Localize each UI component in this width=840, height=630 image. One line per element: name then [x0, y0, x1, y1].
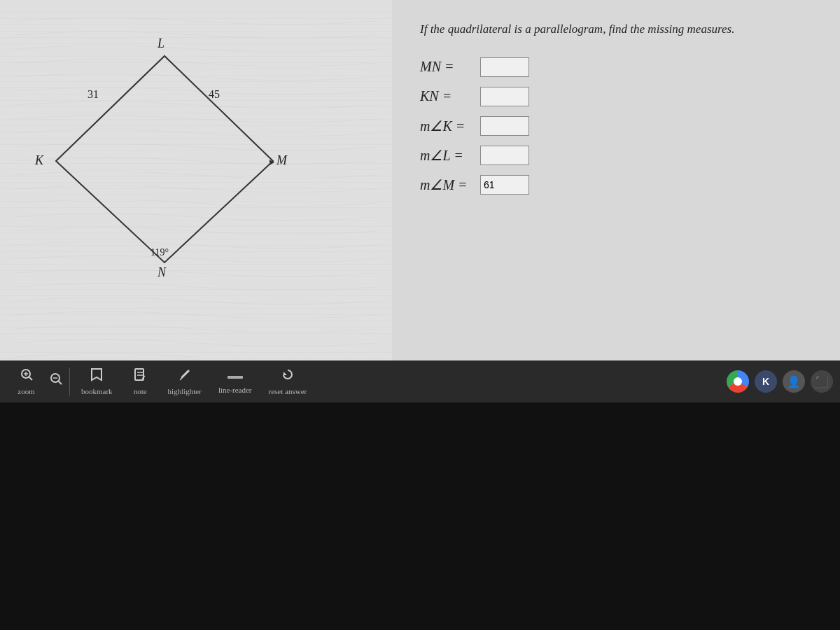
line-reader-button[interactable]: line-reader — [210, 365, 260, 398]
equation-label-mn: MN = — [420, 59, 476, 75]
svg-line-8 — [59, 382, 62, 385]
equation-row-ml: m∠L = — [420, 146, 812, 165]
kn-input[interactable] — [480, 87, 529, 106]
toolbar: zoom bookmark — [0, 360, 840, 402]
main-content: K L M N 31 45 119° If the quadrilateral … — [0, 0, 840, 371]
problem-title: If the quadrilateral is a parallelogram,… — [420, 21, 812, 38]
line-reader-label: line-reader — [218, 386, 252, 394]
line-reader-icon — [227, 369, 243, 384]
svg-line-13 — [180, 379, 181, 380]
mn-input[interactable] — [480, 57, 529, 77]
vertex-k-label: K — [34, 153, 44, 167]
equation-row-mk: m∠K = — [420, 116, 812, 136]
equation-row-mm: m∠M = — [420, 175, 812, 195]
mm-input[interactable] — [480, 175, 529, 195]
zoom-in-label: zoom — [18, 387, 34, 396]
reset-answer-icon — [281, 368, 295, 385]
reset-answer-label: reset answer — [269, 387, 307, 396]
diagram-svg: K L M N 31 45 119° — [14, 14, 378, 357]
equation-label-mm: m∠M = — [420, 176, 476, 193]
chrome-icon[interactable] — [727, 370, 749, 393]
vertex-l-label: L — [157, 36, 164, 50]
svg-line-4 — [29, 377, 32, 381]
equation-label-mk: m∠K = — [420, 118, 476, 134]
vertex-m-label: M — [276, 153, 288, 167]
highlighter-button[interactable]: highlighter — [160, 363, 210, 400]
bookmark-label: bookmark — [81, 387, 113, 396]
bookmark-button[interactable]: bookmark — [73, 363, 121, 400]
separator-1 — [69, 368, 70, 396]
camera-glyph: ⬛ — [815, 375, 829, 388]
equation-row-kn: KN = — [420, 87, 812, 106]
equation-row-mn: MN = — [420, 57, 812, 77]
side-kl-label: 31 — [88, 88, 99, 100]
equations-container: MN = KN = m∠K = m∠L = m∠M = — [420, 57, 812, 195]
k-app-label: K — [762, 376, 769, 387]
svg-rect-0 — [14, 14, 378, 357]
mk-input[interactable] — [480, 116, 529, 136]
note-label: note — [134, 387, 147, 396]
equation-label-ml: m∠L = — [420, 147, 476, 164]
note-icon — [133, 368, 147, 385]
camera-icon[interactable]: ⬛ — [811, 370, 833, 393]
ml-input[interactable] — [480, 146, 529, 165]
bottom-area — [0, 402, 840, 630]
angle-n-label: 119° — [150, 247, 169, 258]
svg-rect-14 — [227, 376, 243, 379]
person-glyph: 👤 — [787, 375, 801, 388]
system-icons: K 👤 ⬛ — [727, 370, 833, 393]
svg-marker-15 — [284, 372, 287, 375]
note-button[interactable]: note — [121, 363, 160, 400]
bookmark-icon — [90, 368, 103, 385]
zoom-in-icon — [20, 368, 34, 385]
highlighter-icon — [178, 368, 192, 385]
equation-label-kn: KN = — [420, 88, 476, 104]
side-lm-label: 45 — [209, 88, 220, 100]
zoom-out-button[interactable] — [46, 368, 66, 396]
highlighter-label: highlighter — [168, 387, 202, 396]
person-icon[interactable]: 👤 — [783, 370, 805, 393]
k-app-icon[interactable]: K — [755, 370, 777, 393]
diagram-panel: K L M N 31 45 119° — [0, 0, 392, 371]
vertex-n-label: N — [157, 265, 167, 279]
reset-answer-button[interactable]: reset answer — [260, 363, 316, 400]
zoom-in-button[interactable]: zoom — [7, 363, 46, 400]
problem-panel: If the quadrilateral is a parallelogram,… — [392, 0, 840, 371]
zoom-out-icon — [49, 372, 63, 389]
